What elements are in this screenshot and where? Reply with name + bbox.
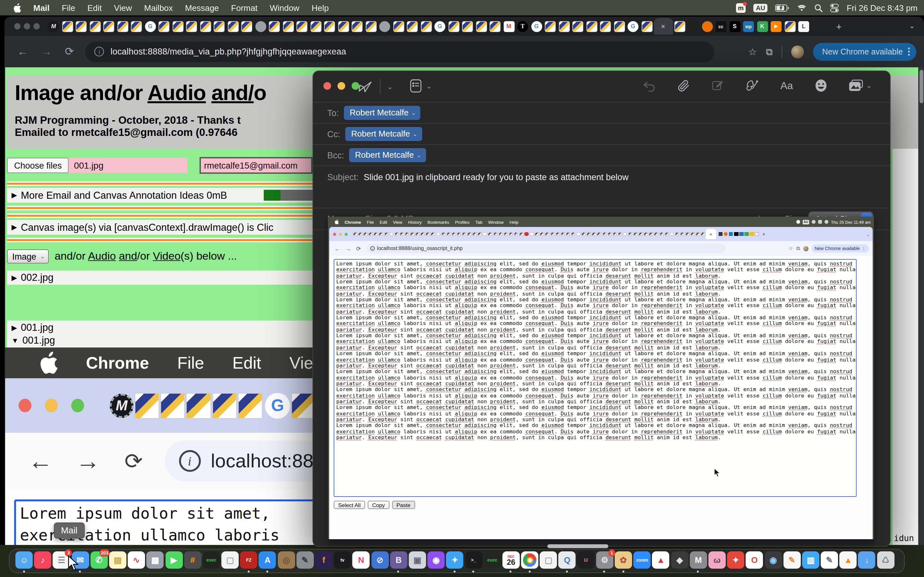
- active-tab[interactable]: ×: [654, 18, 673, 35]
- tab-favicon-cc[interactable]: cc: [716, 21, 726, 32]
- header-fields-button[interactable]: ⌄: [409, 79, 432, 93]
- site-info-icon[interactable]: i: [95, 47, 104, 56]
- menu-file[interactable]: File: [62, 3, 75, 13]
- tab-favicon-pencil[interactable]: [338, 21, 349, 32]
- dock-item-cat-app[interactable]: ω: [708, 551, 726, 571]
- menu-window[interactable]: Window: [270, 3, 300, 13]
- tab-favicon-pencil[interactable]: [407, 21, 418, 32]
- extensions-icon[interactable]: ⧉: [766, 46, 772, 57]
- tab-favicon-pencil[interactable]: [228, 21, 238, 32]
- dock-item-terminal[interactable]: >_: [465, 551, 482, 571]
- recipient-chevron-icon[interactable]: ⌄: [413, 131, 417, 137]
- tab-favicon-pencil[interactable]: [545, 21, 556, 32]
- reload-icon[interactable]: ⟳: [65, 45, 74, 58]
- tab-favicon-gmail[interactable]: M: [503, 21, 514, 32]
- fields-chevron-icon[interactable]: ⌄: [426, 82, 432, 90]
- dock-item-textedit[interactable]: ✎: [821, 551, 838, 571]
- send-options-chevron-icon[interactable]: ⌄: [387, 82, 393, 91]
- media-type-select[interactable]: Image ⌄: [7, 250, 49, 263]
- dock-item-filezilla[interactable]: FZ: [240, 551, 258, 571]
- tab-favicon-pencil[interactable]: [559, 21, 569, 32]
- dock-item-script-runner[interactable]: exec: [203, 551, 220, 571]
- tab-favicon-pencil[interactable]: [62, 21, 73, 32]
- dock-item-sitesucker[interactable]: ✦: [727, 551, 744, 571]
- dock-item-libreoffice-doc[interactable]: ▢: [221, 551, 239, 571]
- email-input[interactable]: rmetcalfe15@gmail.com: [200, 157, 312, 174]
- tab-favicon-pencil[interactable]: [89, 21, 100, 32]
- tab-favicon-grey[interactable]: [255, 21, 266, 32]
- section-more-ideas[interactable]: ▶ More Email and Canvas Annotation Ideas…: [7, 188, 316, 203]
- dock-item-photos-utility[interactable]: ▣: [409, 551, 426, 571]
- new-tab-button[interactable]: +: [836, 21, 842, 32]
- tab-favicon-pencil[interactable]: [393, 21, 404, 32]
- cc-recipient-pill[interactable]: Robert Metcalfe⌄: [346, 127, 422, 141]
- dock-item-opera[interactable]: O: [746, 551, 763, 571]
- battery-icon[interactable]: [775, 4, 790, 11]
- dock-item-zoom[interactable]: zoom: [633, 551, 651, 571]
- tab-favicon-pencil[interactable]: [489, 21, 501, 32]
- tab-favicon-dark[interactable]: [688, 21, 699, 32]
- back-icon[interactable]: ←: [17, 45, 28, 58]
- tab-favicon-s[interactable]: S: [729, 21, 740, 32]
- tab-favicon-k[interactable]: K: [757, 21, 768, 32]
- to-field[interactable]: To: Robert Metcalfe⌄: [313, 102, 890, 123]
- bcc-recipient-pill[interactable]: Robert Metcalfe⌄: [349, 148, 426, 162]
- tab-favicon-pencil[interactable]: [476, 21, 487, 32]
- tab-favicon-pencil[interactable]: [600, 21, 611, 32]
- tab-favicon-pencil[interactable]: [214, 21, 225, 32]
- undo-icon[interactable]: [643, 80, 656, 91]
- dock-item-keynote[interactable]: ▥: [802, 551, 819, 571]
- dock-item-apple-tv[interactable]: tv: [334, 551, 351, 571]
- chrome-update-button[interactable]: New Chrome available: [813, 43, 916, 61]
- tab-favicon-pencil[interactable]: [365, 21, 376, 32]
- tab-favicon-google[interactable]: G: [145, 21, 156, 32]
- tab-favicon-pencil[interactable]: [674, 21, 685, 32]
- dock-item-system-settings[interactable]: ⚙1: [596, 551, 614, 571]
- tab-favicon-l[interactable]: L: [798, 21, 809, 32]
- tab-favicon-pencil[interactable]: [186, 21, 197, 32]
- tab-favicon-pencil[interactable]: [241, 21, 252, 32]
- dock-item-mamp[interactable]: M: [690, 551, 707, 571]
- dock-item-bbedit[interactable]: B: [390, 551, 407, 571]
- dock-item-restricted-app[interactable]: ⊘: [371, 551, 389, 571]
- dock-item-libreoffice-doc-2[interactable]: ▢: [540, 551, 557, 571]
- dock-item-chrome[interactable]: [521, 551, 538, 571]
- dock-item-notes[interactable]: ▤: [109, 551, 126, 571]
- wifi-icon[interactable]: [797, 4, 807, 11]
- menu-message[interactable]: Message: [185, 3, 219, 13]
- tab-favicon-pencil[interactable]: [586, 21, 597, 32]
- collapsed-triangle-icon[interactable]: ▶: [11, 191, 17, 199]
- tab-favicon-google[interactable]: G: [435, 21, 445, 32]
- recipient-chevron-icon[interactable]: ⌄: [411, 110, 416, 116]
- dock-item-downloads-folder[interactable]: ↓: [858, 551, 876, 571]
- tab-favicon-google[interactable]: G: [628, 21, 638, 32]
- tab-favicon-pencil[interactable]: [462, 21, 473, 32]
- tab-favicon-pencil[interactable]: [324, 21, 335, 32]
- tab-favicon-grey[interactable]: [379, 21, 390, 32]
- tab-favicon-pencil[interactable]: [269, 21, 280, 32]
- tab-favicon-pencil[interactable]: [421, 21, 431, 32]
- menu-help[interactable]: Help: [312, 3, 329, 13]
- close-window-button[interactable]: [323, 82, 331, 90]
- tab-favicon-pencil[interactable]: [352, 21, 363, 32]
- photos-chevron-icon[interactable]: ⌄: [866, 81, 872, 90]
- tab-favicon-pencil[interactable]: [641, 21, 652, 32]
- photo-browser-icon[interactable]: ⌄: [849, 79, 872, 92]
- dock-item-utility-brown[interactable]: ◎: [278, 551, 295, 571]
- dock-item-stocks[interactable]: ∿: [128, 551, 145, 571]
- dock-item-facetime[interactable]: ▶: [165, 551, 183, 571]
- tab-favicon-pencil[interactable]: [172, 21, 183, 32]
- dock-item-calculator[interactable]: #: [184, 551, 201, 571]
- subject-text[interactable]: Slide 001.jpg in clipboard ready for you…: [364, 172, 629, 182]
- menu-format[interactable]: Format: [231, 3, 257, 13]
- menu-view[interactable]: View: [114, 3, 132, 13]
- input-source-indicator[interactable]: AU: [753, 3, 768, 12]
- attached-screenshot-image[interactable]: ChromeFileEditViewHistoryBookmarksProfil…: [328, 217, 874, 542]
- bcc-field[interactable]: Bcc: Robert Metcalfe⌄: [313, 144, 890, 165]
- dock-item-gimp[interactable]: ✎: [296, 551, 314, 571]
- choose-files-button[interactable]: Choose files: [7, 158, 69, 173]
- tab-favicon-wp[interactable]: wp: [743, 21, 754, 32]
- dock-item-quicktime[interactable]: Q: [559, 551, 576, 571]
- tab-favicon-pencil[interactable]: [614, 21, 625, 32]
- dock-item-pages[interactable]: ✎: [783, 551, 800, 571]
